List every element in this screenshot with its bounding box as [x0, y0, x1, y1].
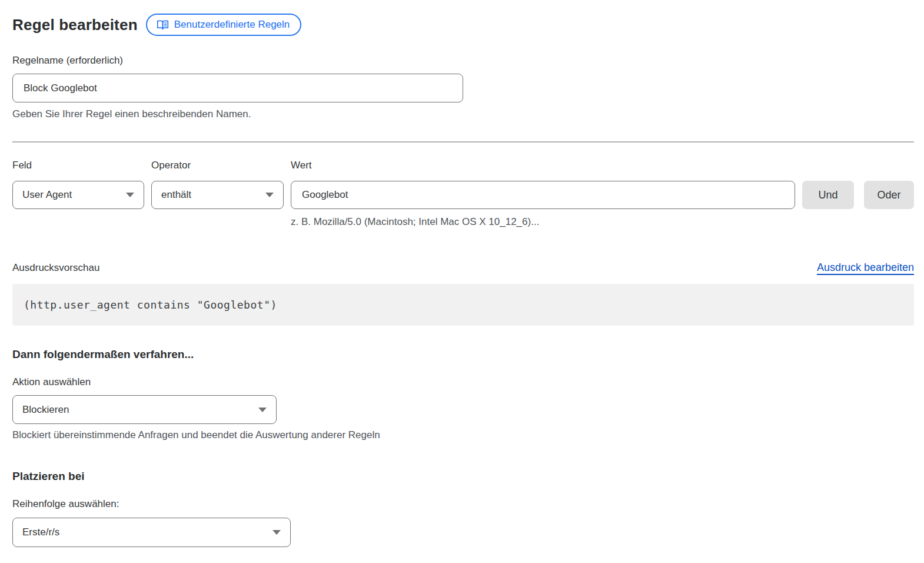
field-label: Feld: [12, 160, 144, 171]
value-input[interactable]: [291, 181, 795, 209]
placement-select-value: Erste/r/s: [22, 526, 59, 538]
edit-expression-link[interactable]: Ausdruck bearbeiten: [817, 261, 914, 274]
action-select-value: Blockieren: [22, 404, 69, 416]
or-button[interactable]: Oder: [864, 181, 914, 209]
condition-value-group: Wert z. B. Mozilla/5.0 (Macintosh; Intel…: [291, 160, 795, 228]
operator-select[interactable]: enthält: [151, 181, 284, 209]
expression-preview-label: Ausdrucksvorschau: [12, 262, 99, 274]
chevron-down-icon: [272, 530, 281, 535]
chevron-down-icon: [258, 408, 267, 412]
rule-name-input[interactable]: [12, 74, 463, 102]
rule-name-section: Regelname (erforderlich) Geben Sie Ihrer…: [12, 55, 914, 120]
placement-heading: Platzieren bei: [12, 470, 914, 483]
action-helper: Blockiert übereinstimmende Anfragen und …: [12, 429, 914, 441]
action-section: Dann folgendermaßen verfahren... Aktion …: [12, 348, 914, 441]
open-book-icon: [157, 19, 169, 31]
operator-label: Operator: [151, 160, 284, 171]
condition-row: Feld User Agent Operator enthält Wert z.…: [12, 160, 914, 228]
page-header: Regel bearbeiten Benutzerdefinierte Rege…: [12, 14, 914, 36]
section-divider: [12, 141, 914, 143]
expression-code: (http.user_agent contains "Googlebot"): [24, 299, 277, 311]
rule-editor-page: Regel bearbeiten Benutzerdefinierte Rege…: [0, 0, 924, 547]
expression-header: Ausdrucksvorschau Ausdruck bearbeiten: [12, 261, 914, 274]
action-select[interactable]: Blockieren: [12, 395, 277, 424]
field-select-value: User Agent: [22, 189, 72, 201]
value-helper: z. B. Mozilla/5.0 (Macintosh; Intel Mac …: [291, 216, 795, 228]
custom-rules-docs-button[interactable]: Benutzerdefinierte Regeln: [146, 14, 302, 36]
chevron-down-icon: [265, 193, 274, 197]
condition-operator-group: Operator enthält: [151, 160, 284, 209]
field-select[interactable]: User Agent: [12, 181, 144, 209]
condition-field-group: Feld User Agent: [12, 160, 144, 209]
and-button[interactable]: Und: [802, 181, 854, 209]
placement-section: Platzieren bei Reihenfolge auswählen: Er…: [12, 470, 914, 547]
action-heading: Dann folgendermaßen verfahren...: [12, 348, 914, 361]
placement-order-select[interactable]: Erste/r/s: [12, 518, 291, 547]
expression-code-block: (http.user_agent contains "Googlebot"): [12, 284, 914, 326]
value-label: Wert: [291, 160, 795, 171]
page-title: Regel bearbeiten: [12, 16, 138, 34]
custom-rules-docs-label: Benutzerdefinierte Regeln: [174, 19, 290, 31]
operator-select-value: enthält: [161, 189, 191, 201]
placement-label: Reihenfolge auswählen:: [12, 498, 914, 510]
rule-name-helper: Geben Sie Ihrer Regel einen beschreibend…: [12, 108, 914, 120]
chevron-down-icon: [126, 193, 134, 197]
action-label: Aktion auswählen: [12, 376, 914, 388]
rule-name-label: Regelname (erforderlich): [12, 55, 914, 67]
